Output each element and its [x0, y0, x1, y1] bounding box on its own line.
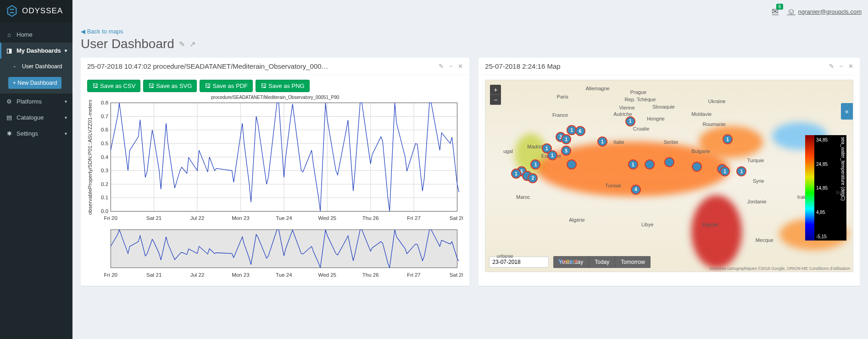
panel-collapse-icon[interactable]: − — [840, 63, 843, 70]
panel-edit-icon[interactable]: ✎ — [439, 63, 444, 70]
svg-text:Mon 23: Mon 23 — [232, 272, 249, 278]
edit-icon[interactable]: ✎ — [179, 40, 185, 49]
chart-panel: 25-07-2018 10:47:02 procedure/SEADATANET… — [81, 58, 469, 286]
chevron-down-icon: ▾ — [65, 115, 67, 120]
sidebar-item-platforms[interactable]: ⚙Platforms▾ — [0, 93, 72, 109]
map-marker[interactable] — [567, 159, 577, 170]
map-date-input[interactable] — [489, 257, 549, 268]
share-icon[interactable]: ↗ — [189, 40, 195, 49]
svg-text:0.6: 0.6 — [101, 127, 108, 132]
legend-tick: -5,15 — [816, 234, 827, 239]
chart-panel-title: 25-07-2018 10:47:02 procedure/SEADATANET… — [87, 62, 435, 70]
book-icon: ▤ — [6, 114, 13, 121]
brand-logo[interactable]: ODYSSEA — [0, 0, 72, 22]
user-icon: ☺ — [787, 7, 795, 16]
map-marker[interactable]: 1 — [511, 169, 521, 179]
svg-text:Sat 28: Sat 28 — [450, 215, 463, 221]
svg-text:observableProperty/SDN:P01::AS: observableProperty/SDN:P01::ASLVZZ01-met… — [87, 100, 93, 215]
svg-text:Sat 21: Sat 21 — [146, 215, 161, 221]
sidebar-item-settings[interactable]: ✱Settings▾ — [0, 126, 72, 142]
chevron-down-icon: ▾ — [65, 48, 67, 53]
dashboard-icon: ◨ — [6, 47, 13, 54]
sidebar: ODYSSEA ⌂Home ◨My Dashboards▾ ◦User Dash… — [0, 0, 72, 339]
logo-icon — [6, 5, 18, 17]
home-icon: ⌂ — [6, 31, 13, 38]
brand-text: ODYSSEA — [22, 6, 63, 16]
panel-close-icon[interactable]: ✕ — [848, 63, 853, 70]
map-panel: 25-07-2018 2:24:16 Map ✎ − ✕ — [479, 58, 860, 286]
save-pdf-button[interactable]: 🖫Save as PDF — [200, 80, 253, 92]
google-logo: Google — [558, 257, 577, 264]
user-menu[interactable]: ☺ ngranier@groupcls.com — [787, 7, 862, 16]
topbar: ✉ 6 ☺ ngranier@groupcls.com — [72, 0, 868, 23]
svg-text:0.5: 0.5 — [101, 141, 108, 146]
svg-text:Thu 26: Thu 26 — [362, 215, 379, 221]
map-marker[interactable]: 1 — [628, 159, 638, 170]
zoom-out-button[interactable]: − — [490, 95, 501, 105]
map-marker[interactable]: 1 — [720, 166, 730, 176]
legend-label: sea_water_temperature (degC) — [840, 135, 846, 241]
map-marker[interactable]: 1 — [530, 159, 540, 170]
svg-text:Jul 22: Jul 22 — [190, 215, 205, 221]
map-panel-title: 25-07-2018 2:24:16 Map — [485, 62, 825, 70]
map-marker[interactable]: 5 — [561, 146, 571, 156]
svg-text:Sat 28: Sat 28 — [450, 272, 463, 278]
map-marker[interactable]: 1 — [561, 134, 571, 144]
map-marker[interactable] — [645, 159, 655, 170]
map-marker[interactable] — [692, 162, 702, 172]
sidebar-collapse-button[interactable]: « — [841, 103, 853, 120]
chevron-down-icon: ▾ — [65, 131, 67, 136]
svg-text:0.1: 0.1 — [101, 195, 108, 200]
panel-edit-icon[interactable]: ✎ — [829, 63, 834, 70]
tomorrow-button[interactable]: Tomorrow — [615, 256, 651, 268]
floppy-icon: 🖫 — [261, 82, 267, 89]
back-to-maps-link[interactable]: ◀ Back to maps — [81, 28, 123, 35]
svg-text:Tue 24: Tue 24 — [276, 272, 292, 278]
map[interactable]: + − « 34,8524,8514,854,85-5,15 sea_water… — [485, 80, 853, 272]
zoom-in-button[interactable]: + — [490, 85, 501, 95]
save-csv-button[interactable]: 🖫Save as CSV — [87, 80, 140, 92]
panel-close-icon[interactable]: ✕ — [458, 63, 463, 70]
svg-text:0.7: 0.7 — [101, 114, 108, 119]
user-email: ngranier@groupcls.com — [798, 8, 862, 15]
map-marker[interactable]: 1 — [723, 134, 733, 144]
sidebar-item-dashboards[interactable]: ◨My Dashboards▾ — [0, 43, 72, 59]
chevron-down-icon: ▾ — [65, 99, 67, 104]
plus-icon: + — [13, 80, 17, 86]
map-marker[interactable]: 1 — [547, 150, 557, 160]
gears-icon: ⚙ — [6, 98, 13, 105]
main-chart[interactable]: 0.00.10.20.30.40.50.60.70.8observablePro… — [87, 100, 463, 223]
sidebar-subitem-user-dashboard[interactable]: ◦User Dashboard — [0, 59, 72, 74]
today-button[interactable]: Today — [589, 256, 615, 268]
circle-icon: ◦ — [11, 63, 18, 70]
mail-button[interactable]: ✉ 6 — [772, 6, 779, 16]
map-marker[interactable]: 1 — [597, 137, 607, 147]
legend-tick: 14,85 — [816, 186, 828, 191]
sidebar-item-home[interactable]: ⌂Home — [0, 27, 72, 43]
cog-icon: ✱ — [6, 130, 13, 137]
floppy-icon: 🖫 — [92, 82, 98, 89]
map-marker[interactable] — [664, 157, 674, 167]
map-marker[interactable]: 1 — [625, 116, 635, 126]
save-png-button[interactable]: 🖫Save as PNG — [256, 80, 310, 92]
floppy-icon: 🖫 — [205, 82, 211, 89]
map-marker[interactable]: 6 — [575, 126, 585, 136]
overview-chart[interactable]: Fri 20Sat 21Jul 22Mon 23Tue 24Wed 25Thu … — [87, 227, 463, 279]
map-credit: Données cartographiques ©2018 Google, OR… — [709, 266, 850, 271]
save-svg-button[interactable]: 🖫Save as SVG — [143, 80, 197, 92]
svg-text:Fri 27: Fri 27 — [407, 272, 420, 278]
mail-badge: 6 — [776, 4, 784, 10]
legend-tick: 34,85 — [816, 137, 828, 142]
map-marker[interactable]: 2 — [528, 173, 538, 183]
svg-text:Sat 21: Sat 21 — [146, 272, 161, 278]
svg-text:Mon 23: Mon 23 — [232, 215, 249, 221]
map-marker[interactable]: 4 — [631, 185, 641, 195]
sidebar-item-catalogue[interactable]: ▤Catalogue▾ — [0, 109, 72, 126]
svg-text:Tue 24: Tue 24 — [276, 215, 292, 221]
panel-collapse-icon[interactable]: − — [449, 63, 453, 70]
svg-text:Jul 22: Jul 22 — [190, 272, 205, 278]
new-dashboard-button[interactable]: + New Dashboard — [8, 77, 61, 89]
svg-text:0.2: 0.2 — [101, 181, 108, 187]
map-marker[interactable]: 1 — [736, 166, 746, 176]
legend-tick: 24,85 — [816, 162, 828, 167]
